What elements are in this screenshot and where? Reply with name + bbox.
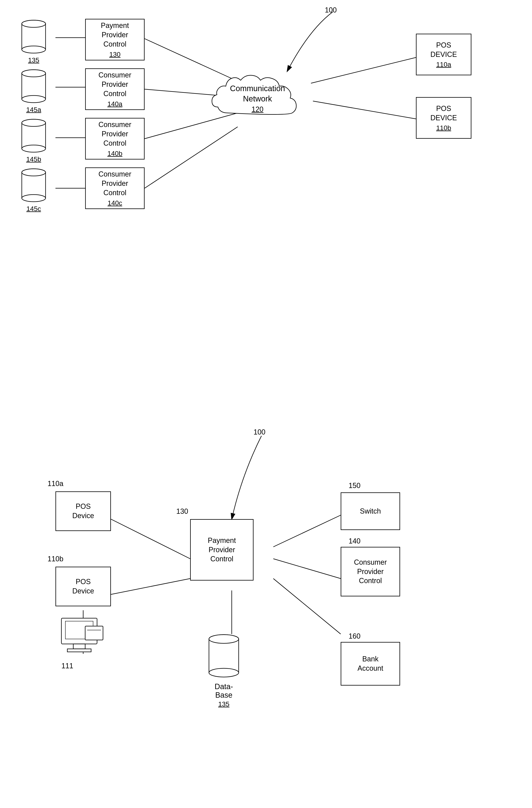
database-ref-d2: 135 [218,700,230,708]
cloud-label-d1: Communication Network 120 [220,83,295,114]
cylinder-145b-label: 145b [26,155,41,163]
svg-rect-37 [73,644,85,649]
database-label-d2: Data- Base [215,682,233,699]
consumer-c-label-d1: Consumer Provider Control [98,170,131,197]
cylinder-145a: 145a [18,69,50,113]
pos-a-label-d2: POS Device [72,502,94,520]
ref-100-label-d1: 100 [325,6,337,14]
svg-line-5 [313,101,416,119]
cloud-ref-d1: 120 [251,105,263,113]
consumer-a-label-d1: Consumer Provider Control [98,71,131,98]
svg-line-4 [311,57,416,83]
svg-rect-42 [209,639,239,673]
pos-b-ref-d1: 110b [436,124,451,132]
payment-provider-ref-d2: 130 [176,507,188,516]
pos-b-ref-d2: 110b [48,555,63,563]
consumer-c-box-d1: Consumer Provider Control 140c [85,167,145,209]
consumer-provider-ref-d2: 140 [348,537,360,545]
pos-a-ref-d2: 110a [48,479,63,488]
svg-point-21 [22,46,45,53]
payment-provider-ref-d1: 130 [109,51,121,58]
diagram-container: 100 Payment Provider Control 130 135 Con… [0,0,532,808]
svg-point-33 [22,195,45,202]
pos-b-box-d1: POS DEVICE 110b [416,97,471,139]
bank-account-ref-d2: 160 [348,632,360,640]
svg-point-43 [209,668,239,677]
svg-line-13 [273,559,341,579]
consumer-provider-label-d2: Consumer Provider Control [354,558,387,586]
pos-a-box-d2: POS Device [55,491,111,531]
payment-provider-box-d2: Payment Provider Control [190,519,253,581]
pos-a-label-d1: POS DEVICE [431,41,457,59]
consumer-b-label-d1: Consumer Provider Control [98,120,131,148]
consumer-b-box-d1: Consumer Provider Control 140b [85,118,145,160]
pos-b-label-d1: POS DEVICE [431,104,457,123]
payment-provider-label-d2: Payment Provider Control [208,536,236,564]
cloud-network-d1: Communication Network 120 [208,66,317,129]
pos-b-box-d2: POS Device [55,567,111,606]
cylinder-145b: 145b [18,119,50,163]
payment-provider-label-d1: Payment Provider Control [101,21,129,49]
consumer-c-ref-d1: 140c [108,199,122,207]
cylinder-145a-label: 145a [26,106,41,113]
svg-line-11 [111,579,190,594]
consumer-provider-box-d2: Consumer Provider Control [341,547,400,596]
payment-provider-box-d1: Payment Provider Control 130 [85,19,145,60]
svg-line-10 [111,519,190,559]
bank-account-box-d2: Bank Account [341,642,400,685]
pos-a-ref-d1: 110a [436,61,451,68]
consumer-a-ref-d1: 140a [107,100,122,108]
switch-box-d2: Switch [341,492,400,530]
svg-line-3 [145,127,238,188]
svg-line-15 [273,579,341,634]
svg-point-30 [22,119,45,126]
svg-point-34 [22,169,45,176]
cylinder-135-label: 135 [28,56,39,64]
cylinder-145c-label: 145c [26,205,41,213]
svg-rect-38 [67,649,91,652]
consumer-b-ref-d1: 140b [107,150,122,157]
database-cylinder-d2: Data- Base 135 [204,634,244,708]
bank-account-label-d2: Bank Account [358,655,383,673]
switch-ref-d2: 150 [348,481,360,490]
svg-line-12 [273,515,341,547]
svg-point-29 [22,145,45,152]
ref-100-label-d2: 100 [253,428,265,436]
svg-point-22 [22,20,45,27]
svg-point-44 [209,635,239,643]
terminal-device [55,616,111,660]
svg-point-26 [22,70,45,77]
switch-label-d2: Switch [360,507,381,516]
cylinder-145c: 145c [18,168,50,213]
svg-rect-39 [85,626,103,640]
pos-b-label-d2: POS Device [72,577,94,596]
svg-point-25 [22,95,45,103]
pos-a-box-d1: POS DEVICE 110a [416,34,471,75]
consumer-a-box-d1: Consumer Provider Control 140a [85,68,145,110]
cylinder-135: 135 [18,20,50,64]
terminal-ref-d2: 111 [61,662,73,670]
